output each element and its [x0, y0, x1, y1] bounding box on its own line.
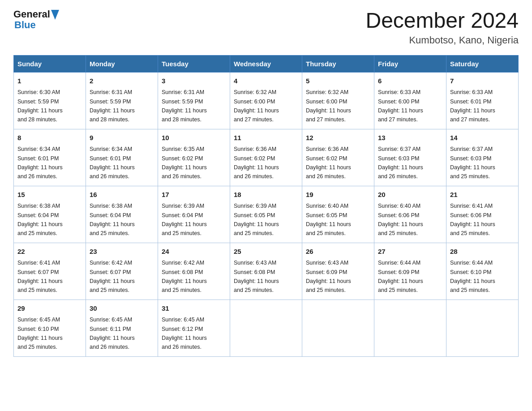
calendar-cell: 28 Sunrise: 6:44 AMSunset: 6:10 PMDaylig… — [446, 243, 519, 300]
calendar-table: SundayMondayTuesdayWednesdayThursdayFrid… — [13, 55, 519, 357]
day-info: Sunrise: 6:36 AMSunset: 6:02 PMDaylight:… — [306, 146, 351, 180]
day-info: Sunrise: 6:37 AMSunset: 6:03 PMDaylight:… — [450, 146, 495, 180]
day-number: 3 — [162, 76, 226, 86]
day-info: Sunrise: 6:39 AMSunset: 6:05 PMDaylight:… — [234, 203, 279, 236]
calendar-cell: 1 Sunrise: 6:30 AMSunset: 5:59 PMDayligh… — [14, 72, 86, 129]
day-info: Sunrise: 6:41 AMSunset: 6:06 PMDaylight:… — [450, 203, 495, 236]
day-number: 5 — [306, 76, 370, 86]
calendar-cell: 12 Sunrise: 6:36 AMSunset: 6:02 PMDaylig… — [302, 129, 374, 186]
calendar-cell: 19 Sunrise: 6:40 AMSunset: 6:05 PMDaylig… — [302, 186, 374, 243]
day-number: 6 — [378, 76, 442, 86]
page-header: General Blue December 2024 Kumbotso, Kan… — [13, 9, 519, 46]
day-info: Sunrise: 6:45 AMSunset: 6:12 PMDaylight:… — [162, 317, 207, 350]
calendar-cell: 22 Sunrise: 6:41 AMSunset: 6:07 PMDaylig… — [14, 243, 86, 300]
day-info: Sunrise: 6:37 AMSunset: 6:03 PMDaylight:… — [378, 146, 423, 180]
day-number: 27 — [378, 247, 442, 257]
calendar-cell: 10 Sunrise: 6:35 AMSunset: 6:02 PMDaylig… — [158, 129, 230, 186]
day-info: Sunrise: 6:43 AMSunset: 6:08 PMDaylight:… — [234, 260, 279, 293]
calendar-cell: 27 Sunrise: 6:44 AMSunset: 6:09 PMDaylig… — [374, 243, 446, 300]
week-row-5: 29 Sunrise: 6:45 AMSunset: 6:10 PMDaylig… — [14, 300, 519, 356]
calendar-cell — [446, 300, 519, 356]
day-info: Sunrise: 6:30 AMSunset: 5:59 PMDaylight:… — [17, 89, 63, 123]
calendar-cell — [374, 300, 446, 356]
day-number: 31 — [162, 304, 226, 314]
day-info: Sunrise: 6:42 AMSunset: 6:08 PMDaylight:… — [162, 260, 207, 293]
calendar-cell: 5 Sunrise: 6:32 AMSunset: 6:00 PMDayligh… — [302, 72, 374, 129]
day-number: 25 — [234, 247, 298, 257]
calendar-header-row: SundayMondayTuesdayWednesdayThursdayFrid… — [14, 55, 519, 72]
calendar-cell: 6 Sunrise: 6:33 AMSunset: 6:00 PMDayligh… — [374, 72, 446, 129]
day-number: 12 — [306, 133, 370, 143]
logo: General Blue — [13, 9, 59, 30]
day-number: 18 — [234, 190, 298, 200]
day-info: Sunrise: 6:33 AMSunset: 6:01 PMDaylight:… — [450, 89, 495, 123]
calendar-cell: 7 Sunrise: 6:33 AMSunset: 6:01 PMDayligh… — [446, 72, 519, 129]
day-number: 24 — [162, 247, 226, 257]
day-info: Sunrise: 6:45 AMSunset: 6:10 PMDaylight:… — [17, 317, 63, 350]
day-number: 23 — [90, 247, 154, 257]
calendar-cell: 23 Sunrise: 6:42 AMSunset: 6:07 PMDaylig… — [86, 243, 158, 300]
day-number: 22 — [17, 247, 82, 257]
day-number: 13 — [378, 133, 442, 143]
logo-arrow-icon — [51, 10, 59, 20]
day-number: 1 — [17, 76, 82, 86]
logo-block: General Blue — [13, 9, 59, 30]
calendar-cell: 8 Sunrise: 6:34 AMSunset: 6:01 PMDayligh… — [14, 129, 86, 186]
day-info: Sunrise: 6:32 AMSunset: 6:00 PMDaylight:… — [306, 89, 351, 123]
calendar-cell: 18 Sunrise: 6:39 AMSunset: 6:05 PMDaylig… — [230, 186, 302, 243]
day-info: Sunrise: 6:33 AMSunset: 6:00 PMDaylight:… — [378, 89, 423, 123]
day-info: Sunrise: 6:38 AMSunset: 6:04 PMDaylight:… — [90, 203, 135, 236]
calendar-cell: 9 Sunrise: 6:34 AMSunset: 6:01 PMDayligh… — [86, 129, 158, 186]
calendar-cell: 25 Sunrise: 6:43 AMSunset: 6:08 PMDaylig… — [230, 243, 302, 300]
calendar-cell: 15 Sunrise: 6:38 AMSunset: 6:04 PMDaylig… — [14, 186, 86, 243]
day-info: Sunrise: 6:42 AMSunset: 6:07 PMDaylight:… — [90, 260, 135, 293]
day-info: Sunrise: 6:35 AMSunset: 6:02 PMDaylight:… — [162, 146, 207, 180]
column-header-tuesday: Tuesday — [158, 55, 230, 72]
day-number: 7 — [450, 76, 515, 86]
day-number: 14 — [450, 133, 515, 143]
week-row-2: 8 Sunrise: 6:34 AMSunset: 6:01 PMDayligh… — [14, 129, 519, 186]
calendar-cell: 31 Sunrise: 6:45 AMSunset: 6:12 PMDaylig… — [158, 300, 230, 356]
calendar-cell: 21 Sunrise: 6:41 AMSunset: 6:06 PMDaylig… — [446, 186, 519, 243]
calendar-cell — [230, 300, 302, 356]
calendar-cell: 24 Sunrise: 6:42 AMSunset: 6:08 PMDaylig… — [158, 243, 230, 300]
day-info: Sunrise: 6:44 AMSunset: 6:09 PMDaylight:… — [378, 260, 423, 293]
day-number: 2 — [90, 76, 154, 86]
day-number: 28 — [450, 247, 515, 257]
day-info: Sunrise: 6:39 AMSunset: 6:04 PMDaylight:… — [162, 203, 207, 236]
logo-general-text: General — [13, 9, 50, 20]
day-info: Sunrise: 6:34 AMSunset: 6:01 PMDaylight:… — [17, 146, 63, 180]
day-info: Sunrise: 6:40 AMSunset: 6:05 PMDaylight:… — [306, 203, 351, 236]
day-info: Sunrise: 6:31 AMSunset: 5:59 PMDaylight:… — [90, 89, 135, 123]
column-header-saturday: Saturday — [446, 55, 519, 72]
column-header-thursday: Thursday — [302, 55, 374, 72]
day-number: 17 — [162, 190, 226, 200]
day-info: Sunrise: 6:36 AMSunset: 6:02 PMDaylight:… — [234, 146, 279, 180]
day-number: 30 — [90, 304, 154, 314]
title-block: December 2024 Kumbotso, Kano, Nigeria — [365, 9, 519, 46]
calendar-cell: 26 Sunrise: 6:43 AMSunset: 6:09 PMDaylig… — [302, 243, 374, 300]
day-number: 19 — [306, 190, 370, 200]
week-row-1: 1 Sunrise: 6:30 AMSunset: 5:59 PMDayligh… — [14, 72, 519, 129]
calendar-cell: 2 Sunrise: 6:31 AMSunset: 5:59 PMDayligh… — [86, 72, 158, 129]
location-subtitle: Kumbotso, Kano, Nigeria — [365, 34, 519, 46]
column-header-friday: Friday — [374, 55, 446, 72]
day-number: 26 — [306, 247, 370, 257]
day-number: 9 — [90, 133, 154, 143]
calendar-cell: 29 Sunrise: 6:45 AMSunset: 6:10 PMDaylig… — [14, 300, 86, 356]
column-header-sunday: Sunday — [14, 55, 86, 72]
calendar-cell: 11 Sunrise: 6:36 AMSunset: 6:02 PMDaylig… — [230, 129, 302, 186]
day-info: Sunrise: 6:41 AMSunset: 6:07 PMDaylight:… — [17, 260, 63, 293]
month-title: December 2024 — [365, 9, 519, 33]
day-info: Sunrise: 6:31 AMSunset: 5:59 PMDaylight:… — [162, 89, 207, 123]
day-info: Sunrise: 6:38 AMSunset: 6:04 PMDaylight:… — [17, 203, 63, 236]
column-header-monday: Monday — [86, 55, 158, 72]
day-info: Sunrise: 6:32 AMSunset: 6:00 PMDaylight:… — [234, 89, 279, 123]
day-info: Sunrise: 6:44 AMSunset: 6:10 PMDaylight:… — [450, 260, 495, 293]
calendar-cell: 17 Sunrise: 6:39 AMSunset: 6:04 PMDaylig… — [158, 186, 230, 243]
svg-marker-0 — [51, 10, 59, 20]
week-row-4: 22 Sunrise: 6:41 AMSunset: 6:07 PMDaylig… — [14, 243, 519, 300]
calendar-cell: 13 Sunrise: 6:37 AMSunset: 6:03 PMDaylig… — [374, 129, 446, 186]
day-info: Sunrise: 6:45 AMSunset: 6:11 PMDaylight:… — [90, 317, 135, 350]
day-number: 10 — [162, 133, 226, 143]
